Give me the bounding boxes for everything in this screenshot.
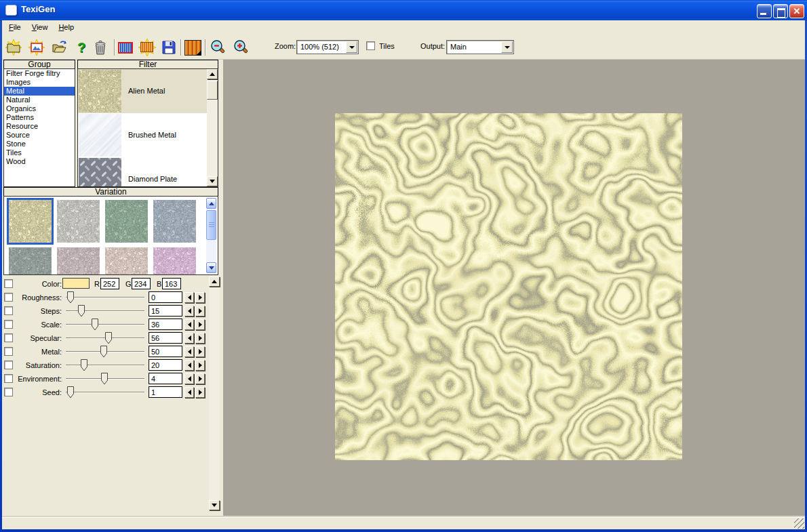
color-swatch[interactable] <box>62 278 90 289</box>
texture-library-button[interactable] <box>183 38 202 57</box>
tile-preview-button[interactable] <box>116 38 135 57</box>
filter-item-diamond-plate[interactable]: Diamond Plate <box>78 157 218 187</box>
slider-thumb[interactable] <box>105 332 113 344</box>
slider-thumb[interactable] <box>92 319 99 331</box>
green-value-input[interactable] <box>132 278 151 289</box>
param-value-input[interactable] <box>149 291 182 303</box>
slider-track[interactable] <box>66 297 144 298</box>
menu-view[interactable]: View <box>26 20 54 35</box>
spin-right-button[interactable] <box>195 306 205 316</box>
group-item-organics[interactable]: Organics <box>4 104 75 113</box>
minimize-button[interactable] <box>757 4 772 18</box>
filter-scrollbar[interactable] <box>207 69 218 186</box>
group-item-stone[interactable]: Stone <box>4 140 75 148</box>
param-value-input[interactable] <box>149 359 182 371</box>
scroll-up-button[interactable] <box>209 277 220 287</box>
zoom-in-button[interactable] <box>232 38 251 57</box>
maximize-button[interactable] <box>773 4 788 18</box>
menu-file[interactable]: File <box>3 20 26 35</box>
scroll-down-button[interactable] <box>207 176 218 186</box>
param-slider-steps[interactable] <box>64 305 146 317</box>
menu-help[interactable]: Help <box>53 20 79 35</box>
spin-left-button[interactable] <box>184 387 194 398</box>
param-slider-metal[interactable] <box>64 346 146 358</box>
group-item-natural[interactable]: Natural <box>4 96 75 104</box>
filter-item-brushed-metal[interactable]: Brushed Metal <box>78 113 218 157</box>
tiles-checkbox[interactable] <box>366 41 375 50</box>
blue-value-input[interactable] <box>162 278 181 289</box>
spin-left-button[interactable] <box>184 360 194 371</box>
scroll-down-button[interactable] <box>209 500 220 510</box>
spin-left-button[interactable] <box>184 346 194 357</box>
slider-track[interactable] <box>66 365 144 366</box>
spin-right-button[interactable] <box>195 387 205 398</box>
spin-right-button[interactable] <box>195 360 205 371</box>
slider-thumb[interactable] <box>67 291 75 304</box>
variation-scrollbar[interactable] <box>206 198 216 273</box>
scroll-up-button[interactable] <box>207 69 218 79</box>
param-slider-environment[interactable] <box>64 373 146 385</box>
variation-thumb-silver[interactable] <box>57 200 100 243</box>
open-button[interactable] <box>50 38 69 57</box>
dropdown-arrow-icon[interactable] <box>501 41 513 53</box>
group-item-filter-forge-filtry[interactable]: Filter Forge filtry <box>4 69 75 78</box>
spin-right-button[interactable] <box>195 319 205 330</box>
variation-thumb-gold[interactable] <box>9 200 52 243</box>
group-item-source[interactable]: Source <box>4 131 75 140</box>
group-item-images[interactable]: Images <box>4 78 75 87</box>
group-item-tiles[interactable]: Tiles <box>4 148 75 157</box>
red-value-input[interactable] <box>100 278 119 289</box>
variation-thumb-violet[interactable] <box>153 247 196 275</box>
group-item-metal[interactable]: Metal <box>4 87 75 96</box>
variation-thumb-mauve[interactable] <box>57 247 100 275</box>
dropdown-arrow-icon[interactable] <box>346 41 357 53</box>
spin-left-button[interactable] <box>184 292 194 303</box>
close-button[interactable] <box>789 4 804 18</box>
group-item-wood[interactable]: Wood <box>4 157 75 166</box>
slider-thumb[interactable] <box>81 359 88 371</box>
save-button[interactable] <box>159 38 178 57</box>
spin-left-button[interactable] <box>184 319 194 330</box>
help-button[interactable]: ? <box>72 38 91 57</box>
delete-button[interactable] <box>91 38 110 57</box>
param-value-input[interactable] <box>149 346 182 357</box>
slider-thumb[interactable] <box>100 346 108 358</box>
spin-left-button[interactable] <box>184 306 194 316</box>
spin-left-button[interactable] <box>184 333 194 344</box>
parameters-scrollbar[interactable] <box>209 277 220 510</box>
slider-thumb[interactable] <box>67 386 75 398</box>
slider-thumb[interactable] <box>78 305 85 317</box>
param-value-input[interactable] <box>149 332 182 344</box>
param-value-input[interactable] <box>149 386 182 398</box>
spin-right-button[interactable] <box>195 292 205 303</box>
param-slider-roughness[interactable] <box>64 291 146 304</box>
filter-item-alien-metal[interactable]: Alien Metal <box>78 69 218 113</box>
new-texture-button[interactable] <box>4 38 23 57</box>
zoom-select[interactable]: 100% (512) <box>296 40 359 54</box>
scrollbar-thumb[interactable] <box>207 81 218 100</box>
output-select[interactable]: Main <box>446 40 514 54</box>
zoom-out-button[interactable] <box>209 38 228 57</box>
new-variation-button[interactable] <box>138 38 157 57</box>
scroll-up-button[interactable] <box>206 198 216 209</box>
param-slider-seed[interactable] <box>64 386 146 398</box>
slider-thumb[interactable] <box>101 373 109 385</box>
slider-track[interactable] <box>66 392 144 393</box>
group-item-patterns[interactable]: Patterns <box>4 113 75 122</box>
spin-right-button[interactable] <box>195 373 205 384</box>
param-value-input[interactable] <box>149 305 182 316</box>
variation-thumb-sage-green[interactable] <box>9 247 52 275</box>
spin-right-button[interactable] <box>195 346 205 357</box>
variation-thumb-green[interactable] <box>105 200 148 243</box>
spin-left-button[interactable] <box>184 373 194 384</box>
scrollbar-thumb[interactable] <box>206 210 216 240</box>
resize-grip-icon[interactable] <box>794 518 804 529</box>
param-value-input[interactable] <box>149 319 182 330</box>
scroll-down-button[interactable] <box>206 262 216 273</box>
slider-track[interactable] <box>66 324 144 325</box>
variation-thumb-steel-blue[interactable] <box>153 200 196 243</box>
group-item-resource[interactable]: Resource <box>4 122 75 131</box>
param-value-input[interactable] <box>149 373 182 384</box>
param-slider-saturation[interactable] <box>64 359 146 371</box>
variation-thumb-rose[interactable] <box>105 247 148 275</box>
